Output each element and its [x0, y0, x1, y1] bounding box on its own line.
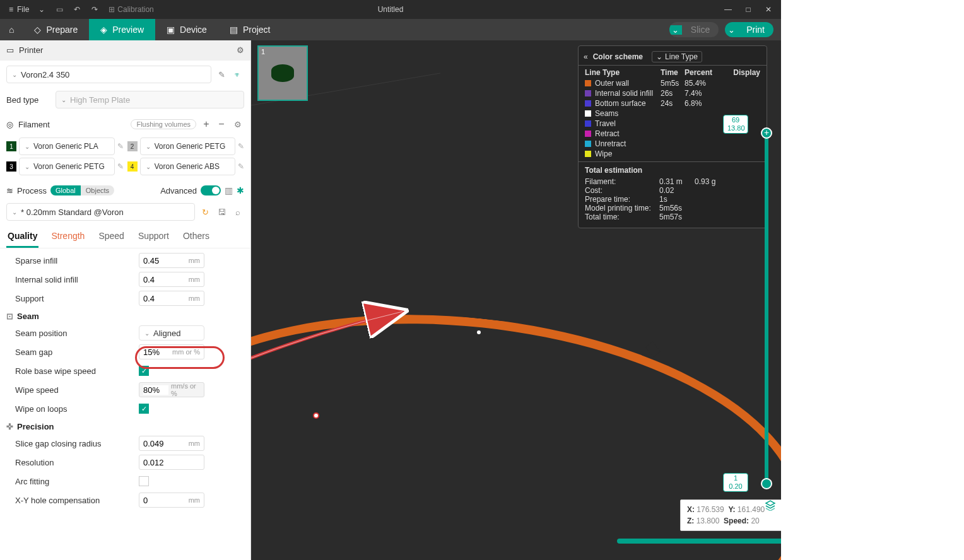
color-scheme-select[interactable]: ⌄Line Type: [652, 51, 702, 62]
legend-name: Outer wall: [595, 79, 629, 88]
flushing-volumes-button[interactable]: Flushing volumes: [131, 119, 196, 129]
est-value: 0.31 m: [659, 177, 695, 186]
support-input[interactable]: mm: [139, 291, 204, 306]
arc-fitting-checkbox[interactable]: [139, 476, 149, 486]
seam-position-select[interactable]: ⌄Aligned: [139, 325, 204, 341]
tab-others[interactable]: Others: [182, 228, 211, 248]
wipe-speed-input[interactable]: mm/s or %: [139, 382, 204, 397]
printer-select[interactable]: ⌄Voron2.4 350: [6, 66, 211, 83]
vertical-layer-slider[interactable]: [765, 134, 768, 484]
printer-settings-button[interactable]: ⚙: [237, 45, 244, 55]
filament-select[interactable]: ⌄Voron Generic ABS: [140, 158, 236, 175]
save-button[interactable]: ▭: [50, 1, 68, 18]
global-objects-toggle[interactable]: GlobalObjects: [50, 185, 114, 195]
print-button[interactable]: ⌄Print: [725, 22, 773, 37]
seam-group-label: Seam: [17, 312, 39, 321]
save-profile-button[interactable]: 🖫: [215, 207, 228, 217]
layers-icon[interactable]: [765, 499, 776, 511]
undo-icon: ↶: [74, 5, 80, 14]
reset-profile-button[interactable]: ↻: [199, 207, 211, 217]
precision-group-label: Precision: [17, 422, 54, 431]
setting-label: Internal solid infill: [6, 275, 139, 284]
file-dropdown-caret[interactable]: ⌄: [33, 1, 50, 18]
est-key: Cost:: [585, 186, 659, 195]
undo-button[interactable]: ↶: [68, 1, 86, 18]
setting-label: Resolution: [6, 458, 139, 467]
collapse-icon[interactable]: «: [584, 52, 588, 61]
filament-settings-button[interactable]: ⚙: [232, 120, 244, 129]
nav-device[interactable]: ▣Device: [155, 19, 218, 40]
edit-filament-button[interactable]: ✎: [117, 142, 124, 151]
edit-filament-button[interactable]: ✎: [238, 162, 244, 171]
compare-icon[interactable]: ▥: [225, 185, 233, 195]
horizontal-moves-slider[interactable]: [617, 539, 781, 544]
edit-filament-button[interactable]: ✎: [117, 162, 124, 171]
filament-swatch[interactable]: 4: [127, 161, 138, 172]
est-key: Prepare time:: [585, 195, 659, 204]
bed-type-select[interactable]: ⌄High Temp Plate: [56, 91, 244, 108]
setting-label: Sparse infill: [6, 256, 139, 265]
calibration-menu[interactable]: ⊞ Calibration: [109, 5, 153, 14]
tab-support[interactable]: Support: [137, 228, 170, 248]
slice-button[interactable]: ⌄Slice: [669, 22, 719, 37]
tab-quality[interactable]: Quality: [6, 228, 38, 248]
setting-label: Role base wipe speed: [6, 366, 139, 376]
advanced-toggle[interactable]: [201, 185, 221, 195]
nav-preview[interactable]: ◈Preview: [89, 19, 155, 40]
sparse-infill-input[interactable]: mm: [139, 253, 204, 268]
wipe-on-loops-checkbox[interactable]: ✓: [139, 404, 149, 414]
top-layer-label: 6913.80: [723, 115, 748, 134]
role-base-wipe-checkbox[interactable]: ✓: [139, 366, 149, 376]
settings-panel[interactable]: Sparse infillmm Internal solid infillmm …: [0, 248, 250, 560]
bottom-layer-label: 10.20: [723, 473, 748, 492]
filament-select[interactable]: ⌄Voron Generic PLA: [19, 137, 115, 155]
redo-button[interactable]: ↷: [86, 1, 103, 18]
filament-swatch[interactable]: 1: [6, 141, 16, 151]
window-title: Untitled: [378, 5, 404, 14]
remove-filament-button[interactable]: −: [216, 119, 226, 130]
setting-label: Arc fitting: [6, 477, 139, 486]
setting-label: Wipe on loops: [6, 404, 139, 414]
legend-percent: 85.4%: [685, 79, 719, 88]
edit-printer-button[interactable]: ✎: [215, 70, 228, 79]
nav-prepare[interactable]: ◇Prepare: [23, 19, 89, 40]
resolution-input[interactable]: [139, 455, 204, 470]
setting-label: Wipe speed: [6, 385, 139, 395]
close-button[interactable]: ✕: [758, 1, 779, 18]
tab-strength[interactable]: Strength: [50, 228, 86, 248]
slider-bottom-knob[interactable]: [761, 478, 772, 489]
edit-filament-button[interactable]: ✎: [238, 142, 244, 151]
nav-project[interactable]: ▤Project: [218, 19, 282, 40]
filament-swatch[interactable]: 3: [6, 161, 16, 172]
chevron-down-icon: ⌄: [38, 5, 45, 14]
chevron-down-icon: ⌄: [12, 71, 17, 78]
seam-group-icon: ⊡: [6, 312, 13, 321]
file-menu[interactable]: ≡ File: [5, 4, 33, 15]
legend-swatch: [585, 110, 591, 117]
add-filament-button[interactable]: +: [201, 119, 211, 130]
xy-hole-input[interactable]: mm: [139, 493, 204, 508]
filament-section-header: ◎ Filament Flushing volumes + − ⚙: [0, 115, 250, 134]
object-thumbnail[interactable]: 1: [257, 45, 308, 101]
slider-add-button[interactable]: [761, 127, 772, 139]
col-time: Time: [661, 68, 685, 77]
adjust-icon[interactable]: ✱: [237, 185, 244, 195]
seam-gap-input[interactable]: mm or %: [139, 344, 204, 359]
est-key: Filament:: [585, 177, 659, 186]
tab-speed[interactable]: Speed: [97, 228, 125, 248]
chevron-down-icon: ⌄: [669, 25, 682, 35]
preview-viewport[interactable]: 1 « Color scheme ⌄Line Type Line Type Ti…: [251, 40, 781, 560]
filament-select[interactable]: ⌄Voron Generic PETG: [19, 158, 115, 175]
slice-gap-input[interactable]: mm: [139, 436, 204, 451]
legend-name: Internal solid infill: [595, 89, 653, 98]
nav-home[interactable]: ⌂: [0, 19, 23, 40]
filament-select[interactable]: ⌄Voron Generic PETG: [140, 137, 236, 155]
est-value: 5m57s: [659, 213, 695, 221]
filament-swatch[interactable]: 2: [127, 141, 138, 151]
maximize-button[interactable]: □: [738, 1, 758, 18]
filament-icon: ◎: [6, 120, 13, 129]
minimize-button[interactable]: —: [718, 1, 738, 18]
search-profile-button[interactable]: ⌕: [232, 207, 244, 217]
process-profile-select[interactable]: ⌄* 0.20mm Standard @Voron: [6, 203, 195, 221]
internal-solid-infill-input[interactable]: mm: [139, 272, 204, 287]
